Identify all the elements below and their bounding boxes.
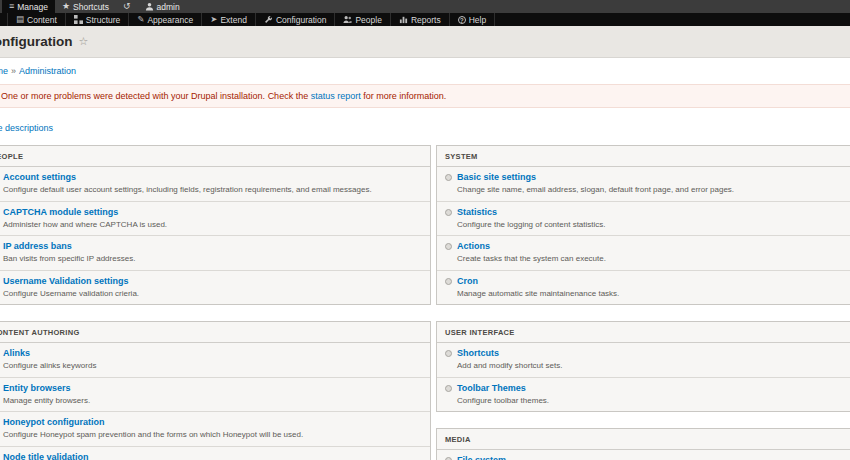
item-bullet-icon — [445, 350, 452, 357]
admin-link-item: Toolbar Themes Configure toolbar themes. — [437, 377, 850, 412]
error-message-banner: × One or more problems were detected wit… — [0, 84, 850, 108]
admin-link-item: CAPTCHA module settings Administer how a… — [0, 201, 430, 236]
toolbar-tab-manage[interactable]: ≡ Manage — [2, 0, 55, 13]
menu-item-label: People — [355, 15, 381, 25]
menu-item-people[interactable]: People — [335, 13, 390, 26]
admin-link-item: Basic site settings Change site name, em… — [437, 167, 850, 201]
hide-descriptions-link[interactable]: Hide descriptions — [0, 123, 53, 133]
admin-panel: PEOPLE Account settings Configure defaul… — [0, 145, 431, 305]
toolbar-tab-shortcuts[interactable]: ★ Shortcuts — [55, 0, 116, 13]
admin-link[interactable]: CAPTCHA module settings — [3, 207, 118, 218]
menu-item-label: Content — [27, 15, 57, 25]
admin-link-item: Honeypot configuration Configure Honeypo… — [0, 411, 430, 446]
admin-panels-column-right: SYSTEM Basic site settings Change site n… — [436, 145, 850, 460]
admin-panels-column-left: PEOPLE Account settings Configure defaul… — [0, 145, 431, 460]
menu-item-help[interactable]: ? Help — [450, 13, 495, 26]
panel-body: Basic site settings Change site name, em… — [437, 167, 850, 304]
admin-link[interactable]: Actions — [457, 241, 490, 252]
admin-link-description: Add and modify shortcut sets. — [457, 361, 850, 372]
toolbar-tab-label: Manage — [17, 2, 48, 12]
panel-heading: USER INTERFACE — [437, 322, 850, 343]
menu-item-configuration[interactable]: Configuration — [256, 13, 336, 26]
help-icon: ? — [458, 16, 466, 24]
admin-link-item: Node title validation Validating node ti… — [0, 446, 430, 460]
panel-body: Account settings Configure default user … — [0, 167, 430, 304]
wrench-icon — [264, 15, 273, 24]
status-report-link[interactable]: status report — [311, 91, 361, 101]
admin-link-description: Configure Honeypot spam prevention and t… — [3, 430, 422, 441]
admin-link-item: Shortcuts Add and modify shortcut sets. — [437, 343, 850, 377]
admin-link[interactable]: Account settings — [3, 172, 76, 183]
admin-link[interactable]: Node title validation — [3, 452, 89, 460]
page-header: Configuration ☆ — [0, 26, 850, 58]
item-bullet-icon — [445, 385, 452, 392]
admin-menu-tray: ▤ Content Structure ✎ Appearance ➤ Exten… — [0, 13, 850, 26]
blocks-icon — [74, 15, 83, 24]
document-icon: ▤ — [16, 15, 24, 24]
chart-icon — [399, 15, 408, 24]
admin-panel: USER INTERFACE Shortcuts Add and modify … — [436, 321, 850, 412]
admin-link-description: Manage automatic site maintainenance tas… — [457, 289, 850, 300]
menu-item-structure[interactable]: Structure — [66, 13, 130, 26]
favorite-star-icon[interactable]: ☆ — [78, 35, 88, 48]
menu-item-label: Extend — [220, 15, 246, 25]
admin-panel: MEDIA File system Configure the location… — [436, 428, 850, 460]
item-bullet-icon — [445, 209, 452, 216]
admin-link-description: Configure alinks keywords — [3, 361, 422, 372]
breadcrumb-link-administration[interactable]: Administration — [19, 66, 76, 76]
item-bullet-icon — [445, 174, 452, 181]
admin-link-item: IP address bans Ban visits from specific… — [0, 235, 430, 270]
menu-item-label: Appearance — [147, 15, 193, 25]
admin-link-description: Configure the logging of content statist… — [457, 220, 850, 231]
menu-item-reports[interactable]: Reports — [391, 13, 450, 26]
admin-link[interactable]: IP address bans — [3, 241, 72, 252]
admin-link[interactable]: Statistics — [457, 207, 497, 218]
history-icon: ↺ — [123, 2, 131, 11]
menu-item-label: Help — [469, 15, 486, 25]
admin-link[interactable]: Cron — [457, 276, 478, 287]
breadcrumb-link-home[interactable]: Home — [0, 66, 8, 76]
admin-link-item: Statistics Configure the logging of cont… — [437, 201, 850, 236]
admin-link-description: Configure default user account settings,… — [3, 185, 422, 196]
error-message-text: One or more problems were detected with … — [1, 91, 446, 101]
menu-item-extend[interactable]: ➤ Extend — [202, 13, 256, 26]
menu-item-tools[interactable] — [0, 13, 8, 26]
breadcrumb: Home»Administration — [0, 58, 850, 76]
item-bullet-icon — [445, 278, 452, 285]
people-icon — [343, 15, 352, 24]
toolbar-tab-history[interactable]: ↺ — [116, 0, 138, 13]
menu-item-content[interactable]: ▤ Content — [8, 13, 66, 26]
toolbar-tab-user[interactable]: admin — [138, 0, 187, 13]
toolbar-tab-label: admin — [157, 2, 180, 12]
admin-panels-grid: PEOPLE Account settings Configure defaul… — [0, 145, 850, 460]
admin-link[interactable]: Alinks — [3, 348, 30, 359]
menu-item-appearance[interactable]: ✎ Appearance — [129, 13, 202, 26]
panel-heading: MEDIA — [437, 429, 850, 450]
puzzle-icon: ➤ — [210, 15, 217, 24]
admin-link[interactable]: Shortcuts — [457, 348, 499, 359]
admin-link[interactable]: Basic site settings — [457, 172, 536, 183]
admin-link-description: Manage entity browsers. — [3, 396, 422, 407]
admin-link[interactable]: Username Validation settings — [3, 276, 129, 287]
panel-body: Shortcuts Add and modify shortcut sets. … — [437, 343, 850, 411]
admin-link-item: Actions Create tasks that the system can… — [437, 235, 850, 270]
admin-link-item: Cron Manage automatic site maintainenanc… — [437, 270, 850, 305]
brush-icon: ✎ — [137, 15, 144, 24]
admin-link[interactable]: Toolbar Themes — [457, 383, 526, 394]
admin-panel: CONTENT AUTHORING Alinks Configure alink… — [0, 321, 431, 460]
star-icon: ★ — [62, 2, 70, 11]
admin-link[interactable]: Honeypot configuration — [3, 417, 105, 428]
item-bullet-icon — [445, 243, 452, 250]
breadcrumb-separator: » — [11, 66, 16, 76]
admin-link[interactable]: File system — [457, 455, 506, 460]
panel-body: File system Configure the location of up… — [437, 450, 850, 460]
admin-link-description: Create tasks that the system can execute… — [457, 254, 850, 265]
menu-item-label: Structure — [86, 15, 121, 25]
admin-link[interactable]: Entity browsers — [3, 383, 71, 394]
admin-link-item: File system Configure the location of up… — [437, 450, 850, 460]
browser-viewport: ≡ Manage ★ Shortcuts ↺ admin — [0, 0, 850, 460]
admin-toolbar-bar: ≡ Manage ★ Shortcuts ↺ admin — [0, 0, 850, 13]
admin-link-item: Account settings Configure default user … — [0, 167, 430, 201]
page-title: Configuration — [0, 34, 72, 49]
panel-heading: CONTENT AUTHORING — [0, 322, 430, 343]
